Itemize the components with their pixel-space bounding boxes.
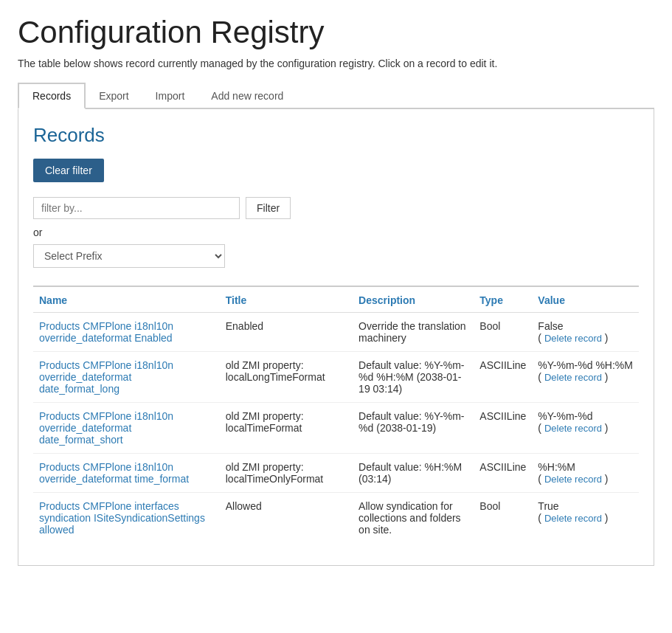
- column-header-value: Value: [532, 286, 639, 313]
- record-title-cell: Enabled: [220, 313, 353, 352]
- record-value-text: %H:%M: [538, 461, 633, 473]
- record-value-text: %Y-%m-%d %H:%M: [538, 359, 633, 371]
- record-type-cell: ASCIILine: [474, 403, 532, 454]
- record-name-link[interactable]: Products CMFPlone i18nl10n override_date…: [39, 359, 173, 395]
- record-title-cell: old ZMI property: localTimeFormat: [220, 403, 353, 454]
- prefix-select[interactable]: Select Prefix: [33, 244, 225, 268]
- record-value-cell: %Y-%m-%d %H:%M( Delete record ): [532, 352, 639, 403]
- record-value-text: True: [538, 500, 633, 512]
- table-row: Products CMFPlone i18nl10n override_date…: [33, 454, 639, 493]
- tabs-bar: RecordsExportImportAdd new record: [18, 81, 654, 109]
- record-delete-wrapper: ( Delete record ): [538, 512, 608, 524]
- record-description-cell: Default value: %Y-%m-%d %H:%M (2038-01-1…: [353, 352, 474, 403]
- record-delete-wrapper: ( Delete record ): [538, 473, 608, 485]
- delete-record-link[interactable]: Delete record: [544, 474, 602, 485]
- record-value-text: False: [538, 320, 633, 332]
- delete-record-link[interactable]: Delete record: [544, 372, 602, 383]
- delete-record-link[interactable]: Delete record: [544, 423, 602, 434]
- section-title: Records: [33, 124, 639, 147]
- record-value-cell: True( Delete record ): [532, 493, 639, 544]
- record-name-link[interactable]: Products CMFPlone i18nl10n override_date…: [39, 410, 173, 446]
- record-name-cell: Products CMFPlone i18nl10n override_date…: [33, 403, 220, 454]
- table-row: Products CMFPlone i18nl10n override_date…: [33, 313, 639, 352]
- record-value-cell: %Y-%m-%d( Delete record ): [532, 403, 639, 454]
- records-table: NameTitleDescriptionTypeValue Products C…: [33, 286, 639, 543]
- record-description-cell: Default value: %Y-%m-%d (2038-01-19): [353, 403, 474, 454]
- record-delete-wrapper: ( Delete record ): [538, 422, 608, 434]
- record-title-cell: Allowed: [220, 493, 353, 544]
- tab-export[interactable]: Export: [86, 83, 142, 109]
- record-name-cell: Products CMFPlone i18nl10n override_date…: [33, 454, 220, 493]
- page-subtitle: The table below shows record currently m…: [18, 58, 654, 69]
- record-description-cell: Override the translation machinery: [353, 313, 474, 352]
- record-name-link[interactable]: Products CMFPlone i18nl10n override_date…: [39, 320, 173, 344]
- record-name-link[interactable]: Products CMFPlone i18nl10n override_date…: [39, 461, 189, 485]
- record-type-cell: ASCIILine: [474, 352, 532, 403]
- tab-records[interactable]: Records: [18, 83, 86, 109]
- record-value-cell: %H:%M( Delete record ): [532, 454, 639, 493]
- filter-input[interactable]: [33, 197, 240, 219]
- column-header-description: Description: [353, 286, 474, 313]
- table-header: NameTitleDescriptionTypeValue: [33, 286, 639, 313]
- filter-row: Filter: [33, 197, 639, 219]
- or-label: or: [33, 226, 639, 238]
- tab-import[interactable]: Import: [142, 83, 198, 109]
- record-name-cell: Products CMFPlone i18nl10n override_date…: [33, 352, 220, 403]
- tab-add-new-record[interactable]: Add new record: [198, 83, 297, 109]
- record-name-link[interactable]: Products CMFPlone interfaces syndication…: [39, 500, 205, 536]
- record-description-cell: Default value: %H:%M (03:14): [353, 454, 474, 493]
- delete-record-link[interactable]: Delete record: [544, 333, 602, 344]
- record-type-cell: Bool: [474, 493, 532, 544]
- column-header-title: Title: [220, 286, 353, 313]
- page-title: Configuration Registry: [18, 15, 654, 50]
- record-type-cell: Bool: [474, 313, 532, 352]
- filter-button[interactable]: Filter: [246, 197, 291, 219]
- record-delete-wrapper: ( Delete record ): [538, 371, 608, 383]
- table-row: Products CMFPlone interfaces syndication…: [33, 493, 639, 544]
- record-title-cell: old ZMI property: localLongTimeFormat: [220, 352, 353, 403]
- table-header-row: NameTitleDescriptionTypeValue: [33, 286, 639, 313]
- record-title-cell: old ZMI property: localTimeOnlyFormat: [220, 454, 353, 493]
- table-row: Products CMFPlone i18nl10n override_date…: [33, 403, 639, 454]
- record-type-cell: ASCIILine: [474, 454, 532, 493]
- record-name-cell: Products CMFPlone interfaces syndication…: [33, 493, 220, 544]
- record-name-cell: Products CMFPlone i18nl10n override_date…: [33, 313, 220, 352]
- column-header-name: Name: [33, 286, 220, 313]
- delete-record-link[interactable]: Delete record: [544, 513, 602, 524]
- record-delete-wrapper: ( Delete record ): [538, 332, 608, 344]
- clear-filter-button[interactable]: Clear filter: [33, 159, 104, 182]
- record-description-cell: Allow syndication for collections and fo…: [353, 493, 474, 544]
- record-value-text: %Y-%m-%d: [538, 410, 633, 422]
- table-row: Products CMFPlone i18nl10n override_date…: [33, 352, 639, 403]
- record-value-cell: False( Delete record ): [532, 313, 639, 352]
- table-body: Products CMFPlone i18nl10n override_date…: [33, 313, 639, 544]
- main-content: Records Clear filter Filter or Select Pr…: [18, 109, 654, 566]
- column-header-type: Type: [474, 286, 532, 313]
